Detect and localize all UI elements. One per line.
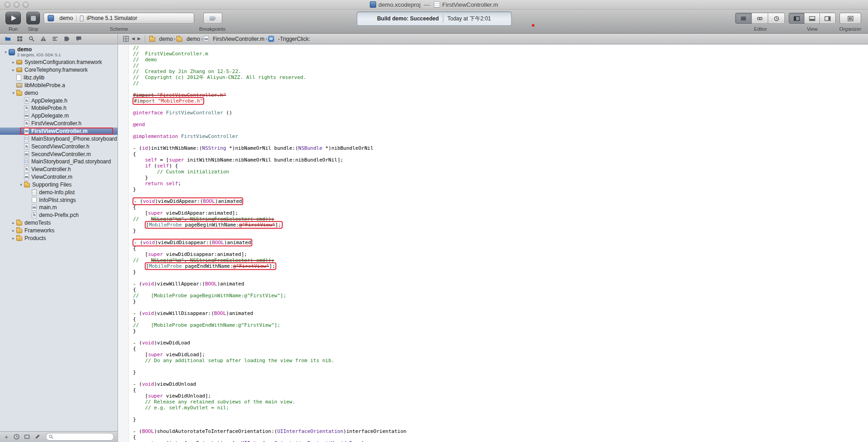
sidebar-item[interactable]: ViewController.h (0, 166, 118, 173)
organizer-button[interactable] (839, 13, 861, 24)
sidebar-item[interactable]: SecondViewController.m (0, 150, 118, 158)
breadcrumb-item[interactable]: -TriggerClick: (268, 36, 310, 42)
doc-icon (16, 74, 21, 81)
disclosure-triangle[interactable]: ▸ (10, 236, 16, 241)
sidebar-item[interactable]: FirstViewController.m (0, 128, 118, 135)
sidebar-item[interactable]: demo-Info.plist (0, 188, 118, 196)
disclosure-triangle[interactable]: ▾ (18, 182, 24, 187)
disclosure-triangle[interactable]: ▸ (10, 60, 16, 64)
file-h-icon (24, 105, 29, 112)
breakpoints-button[interactable] (203, 13, 222, 24)
add-button[interactable]: + (4, 434, 9, 440)
code-token (133, 157, 145, 163)
back-button[interactable]: ◀ (132, 37, 135, 41)
disclosure-triangle[interactable]: ▾ (3, 50, 9, 54)
breakpoint-icon (210, 16, 216, 21)
sidebar-item[interactable]: ▸CoreTelephony.framework (0, 66, 118, 74)
view-utilities-button[interactable] (820, 13, 835, 24)
sidebar-item[interactable]: MainStoryboard_iPhone.storyboard (0, 135, 118, 142)
related-items-icon[interactable] (123, 36, 129, 42)
code-token (133, 181, 145, 187)
close-button[interactable] (5, 2, 10, 8)
sidebar-item[interactable]: AppDelegate.h (0, 97, 118, 104)
sidebar-item-label: CoreTelephony.framework (25, 67, 88, 73)
scheme-selector[interactable]: demo iPhone 5.1 Simulator (44, 13, 194, 24)
symbol-navigator-icon[interactable] (17, 36, 23, 42)
breadcrumb-item[interactable]: FirstViewController.m (204, 36, 265, 42)
sidebar-item[interactable]: ▸Products (0, 234, 118, 242)
sidebar-item[interactable]: ▾demo2 targets, iOS SDK 5.1 (0, 46, 118, 59)
debug-navigator-icon[interactable] (52, 36, 58, 42)
sidebar-item[interactable]: ▸demoTests (0, 219, 118, 227)
sidebar-item[interactable]: main.m (0, 204, 118, 211)
scm-status-icon[interactable] (24, 434, 30, 440)
sidebar-item-label: demo-Prefix.pch (39, 212, 78, 218)
breadcrumb-item[interactable]: demo (177, 36, 200, 42)
search-navigator-icon[interactable] (29, 36, 34, 42)
framework-icon (16, 60, 22, 64)
project-navigator: ▾demo2 targets, iOS SDK 5.1▸SystemConfig… (0, 44, 118, 442)
code-token: )viewWillAppear:( (154, 281, 205, 287)
code-line: // Release any retained subviews of the … (133, 399, 868, 405)
code-token: ; (178, 181, 181, 187)
sidebar-item[interactable]: libMobileProbe.a (0, 82, 118, 89)
sidebar-item[interactable]: ViewController.m (0, 173, 118, 181)
sidebar-item[interactable]: InfoPlist.strings (0, 196, 118, 204)
breadcrumb-label: -TriggerClick: (278, 36, 310, 42)
view-navigator-button[interactable] (789, 13, 804, 24)
edited-files-icon[interactable] (34, 434, 40, 440)
sidebar-item[interactable]: ▸SystemConfiguration.framework (0, 59, 118, 66)
sidebar-item[interactable]: AppDelegate.m (0, 112, 118, 120)
breadcrumb-item[interactable]: demo (149, 36, 173, 42)
project-navigator-icon[interactable] (5, 36, 11, 42)
window-title-file: FirstViewController.m (442, 1, 498, 8)
sidebar-item[interactable]: SecondViewController.h (0, 142, 118, 150)
zoom-button[interactable] (23, 2, 29, 8)
disclosure-triangle[interactable]: ▾ (10, 91, 16, 95)
editor-standard-button[interactable] (736, 13, 752, 24)
file-h-icon (24, 98, 29, 104)
editor-assistant-button[interactable] (752, 13, 768, 24)
code-token: @"FirstView" (239, 222, 275, 228)
sidebar-item[interactable]: FirstViewController.h (0, 120, 118, 128)
sidebar-item[interactable]: ▸Frameworks (0, 227, 118, 235)
storyboard-icon (24, 136, 29, 142)
forward-button[interactable]: ▶ (137, 37, 141, 41)
doc-icon (32, 197, 37, 203)
code-token: { (133, 387, 136, 393)
disclosure-triangle[interactable]: ▸ (10, 228, 16, 233)
disclosure-triangle[interactable]: ▸ (10, 68, 16, 72)
filter-field[interactable] (46, 433, 114, 441)
annotation-box: [MobileProbe pageEndWithName:@"FirstView… (146, 263, 276, 269)
run-button[interactable] (5, 12, 21, 25)
code-token: - ( (133, 281, 142, 287)
code-line: [MobileProbe pageBeginWithName:@"FirstVi… (133, 222, 868, 228)
code-token: if (145, 163, 151, 169)
code-line: { (133, 316, 868, 322)
sidebar-item[interactable]: ▾Supporting Files (0, 181, 118, 189)
project-row-labels: demo2 targets, iOS SDK 5.1 (17, 47, 61, 57)
sidebar-item-label: demoTests (25, 220, 51, 226)
code-line: { (133, 204, 868, 210)
disclosure-triangle[interactable]: ▸ (10, 221, 16, 225)
issue-navigator-icon[interactable] (40, 36, 46, 42)
breakpoint-navigator-icon[interactable] (64, 36, 70, 42)
code-area[interactable]: //// FirstViewController.m// demo//// Cr… (129, 44, 868, 442)
sidebar-item[interactable]: demo-Prefix.pch (0, 211, 118, 219)
stop-button[interactable] (26, 12, 40, 25)
sidebar-item[interactable]: MobileProbe.h (0, 104, 118, 112)
breadcrumb-label: FirstViewController.m (213, 36, 265, 42)
minimize-button[interactable] (14, 2, 20, 8)
sidebar-item[interactable]: MainStoryboard_iPad.storyboard (0, 158, 118, 166)
code-token: { (133, 434, 136, 440)
sidebar-item[interactable]: ▾demo (0, 89, 118, 97)
log-navigator-icon[interactable] (76, 36, 82, 42)
code-line: @interface FirstViewController () (133, 110, 868, 116)
recent-files-icon[interactable] (14, 434, 20, 440)
view-debug-area-button[interactable] (804, 13, 820, 24)
code-line: - (void)viewDidDisappear:(BOOL)animated (133, 240, 868, 246)
code-line: } (133, 417, 868, 422)
code-token: viewDidAppear:animated]; (163, 210, 238, 216)
sidebar-item[interactable]: libz.dylib (0, 74, 118, 82)
editor-version-button[interactable] (768, 13, 785, 24)
